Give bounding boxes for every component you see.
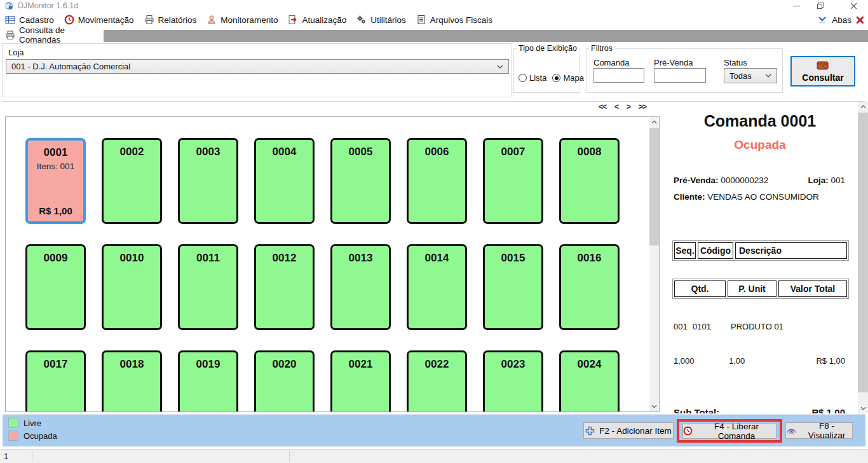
pagination-last-button[interactable]: >>	[639, 102, 646, 111]
window-maximize-button[interactable]	[812, 1, 829, 11]
comanda-card-0002[interactable]: 0002	[102, 138, 162, 224]
item-punit: 1,00	[729, 356, 816, 366]
comanda-number: 0012	[273, 252, 297, 265]
comanda-card-0017[interactable]: 0017	[25, 350, 86, 412]
radio-mapa[interactable]: Mapa	[552, 73, 584, 83]
prevenda-label: Pré-Venda	[654, 58, 693, 67]
comanda-number: 0005	[349, 146, 373, 158]
scroll-down-icon[interactable]	[649, 401, 659, 411]
comanda-card-0014[interactable]: 0014	[407, 244, 467, 330]
comanda-card-0021[interactable]: 0021	[330, 350, 391, 412]
comanda-card-0015[interactable]: 0015	[483, 244, 543, 330]
comanda-card-0006[interactable]: 0006	[407, 138, 467, 224]
menu-item-arquivos-fiscais[interactable]: Arquivos Fiscais	[411, 12, 498, 27]
pagination-next-button[interactable]: >	[627, 102, 630, 111]
menu-item-utilitarios[interactable]: Utilitários	[351, 12, 411, 27]
cliente-field-value: VENDAS AO CONSUMIDOR	[707, 192, 819, 202]
prevenda-field-label: Pré-Venda:	[674, 176, 719, 185]
legend-livre-label: Livre	[24, 418, 41, 428]
menu-item-atualizacao[interactable]: Atualização	[283, 12, 351, 27]
pagination-first-button[interactable]: <<	[599, 102, 606, 111]
f4-liberar-comanda-button[interactable]: F4 - Liberar Comanda	[682, 423, 776, 439]
item-valor-total: R$ 1,00	[816, 356, 845, 366]
abas-label[interactable]: Abas	[832, 15, 851, 25]
comanda-number: 0016	[578, 252, 602, 265]
window-minimize-button[interactable]	[788, 1, 804, 11]
loja-label: Loja	[8, 48, 24, 57]
comanda-card-0023[interactable]: 0023	[483, 350, 543, 412]
item-qtd: 1,000	[674, 356, 729, 366]
comanda-map-area: 0001Itens: 001R$ 1,000002000300040005000…	[5, 116, 660, 412]
f8-visualizar-button[interactable]: F8 - Visualizar	[785, 422, 853, 439]
comanda-card-0007[interactable]: 0007	[483, 138, 543, 224]
pagination-prev-button[interactable]: <	[614, 102, 618, 111]
comanda-card-0004[interactable]: 0004	[254, 138, 315, 224]
comanda-card-0016[interactable]: 0016	[559, 244, 620, 330]
menu-item-monitoramento[interactable]: Monitoramento	[201, 12, 283, 27]
wallet-icon	[816, 60, 830, 71]
comanda-card-0011[interactable]: 0011	[178, 244, 238, 330]
printer-tab-icon	[5, 30, 15, 40]
bottom-action-bar: Livre Ocupada F2 - Adicionar Item F4 - L…	[3, 414, 865, 446]
radio-mapa-circle[interactable]	[552, 74, 560, 82]
comanda-input[interactable]	[593, 68, 644, 83]
menu-item-label: Utilitários	[370, 15, 406, 25]
window-title: DJMonitor 1.6.1d	[18, 1, 78, 10]
comanda-number: 0015	[501, 252, 526, 265]
loja-select[interactable]: 001 - D.J. Automação Comercial	[6, 59, 509, 74]
status-select[interactable]: Todas	[724, 68, 777, 83]
comanda-card-0009[interactable]: 0009	[25, 244, 86, 330]
tipo-de-exibicao-group: Tipo de Exibição Lista Mapa	[513, 48, 580, 93]
eye-icon	[786, 427, 797, 435]
comanda-card-0020[interactable]: 0020	[254, 350, 315, 412]
comanda-card-0018[interactable]: 0018	[102, 350, 162, 412]
comanda-number: 0003	[196, 146, 220, 158]
radio-lista[interactable]: Lista	[519, 73, 546, 83]
comanda-card-0012[interactable]: 0012	[254, 244, 315, 330]
clock-icon	[64, 15, 74, 25]
comanda-card-0022[interactable]: 0022	[407, 350, 467, 412]
document-icon	[416, 15, 426, 25]
comanda-number: 0007	[501, 146, 526, 158]
comanda-card-0001[interactable]: 0001Itens: 001R$ 1,00	[25, 138, 86, 224]
menu-item-label: Monitoramento	[220, 15, 278, 25]
filtros-group-label: Filtros	[589, 44, 614, 53]
radio-lista-circle[interactable]	[519, 74, 527, 82]
comanda-itens: Itens: 001	[37, 162, 74, 171]
menu-item-relatorios[interactable]: Relatórios	[139, 12, 202, 27]
f2-adicionar-item-button[interactable]: F2 - Adicionar Item	[583, 422, 674, 439]
detail-scrollbar-thumb[interactable]	[858, 113, 868, 392]
close-tab-icon[interactable]	[856, 16, 864, 24]
loja-field-label: Loja:	[808, 176, 828, 185]
scroll-up-icon[interactable]	[649, 117, 659, 127]
comanda-number: 0013	[349, 252, 373, 265]
comanda-number: 0009	[44, 252, 68, 265]
tab-consulta-de-comandas[interactable]: Consulta de Comandas	[0, 28, 104, 42]
map-scrollbar[interactable]	[649, 117, 659, 411]
window-close-button[interactable]	[845, 1, 862, 11]
comanda-card-0024[interactable]: 0024	[559, 350, 620, 412]
comanda-number: 0008	[578, 146, 602, 158]
comanda-card-0008[interactable]: 0008	[559, 138, 620, 224]
comanda-number: 0019	[196, 358, 220, 371]
tab-bar: Consulta de Comandas	[0, 28, 868, 42]
comanda-card-0005[interactable]: 0005	[330, 138, 391, 224]
legend-ocupada-swatch	[8, 431, 18, 441]
menu-item-label: Atualização	[302, 15, 346, 25]
consultar-button[interactable]: Consultar	[790, 56, 855, 86]
detail-scrollbar[interactable]	[858, 102, 868, 413]
chevron-down-icon	[497, 65, 503, 69]
comanda-number: 0023	[501, 358, 526, 371]
column-header-codigo: Código	[698, 242, 733, 259]
abas-chevron-down-icon[interactable]	[817, 16, 827, 24]
filtros-group: Filtros Comanda Pré-Venda Status Todas	[586, 48, 783, 93]
prevenda-input[interactable]	[654, 68, 706, 83]
comanda-card-0010[interactable]: 0010	[102, 244, 162, 330]
comanda-card-0019[interactable]: 0019	[178, 350, 238, 412]
scroll-down-icon[interactable]	[858, 403, 868, 413]
column-header-descricao: Descrição	[735, 242, 847, 259]
comanda-card-0003[interactable]: 0003	[178, 138, 238, 224]
map-scrollbar-thumb[interactable]	[649, 128, 659, 245]
scroll-up-icon[interactable]	[858, 102, 868, 112]
comanda-card-0013[interactable]: 0013	[330, 244, 391, 330]
